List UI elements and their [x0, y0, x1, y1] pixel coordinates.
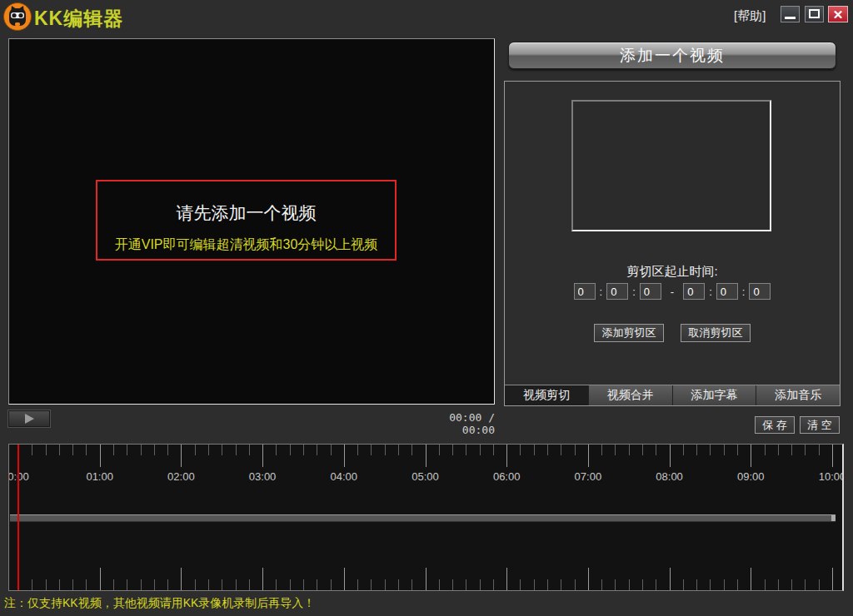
tab-video-merge[interactable]: 视频合并: [588, 385, 672, 405]
footer-note: 注：仅支持KK视频，其他视频请用KK录像机录制后再导入！: [4, 596, 315, 611]
timeline-tick: [276, 579, 277, 590]
timeline-tick: [656, 579, 656, 590]
timeline-tick: [141, 579, 142, 590]
timeline-tick: [547, 579, 548, 590]
timeline-tick: [249, 579, 250, 590]
clear-button[interactable]: 清 空: [800, 416, 840, 434]
timeline-tick: [466, 579, 466, 590]
timeline-tick: [236, 579, 237, 590]
timeline-tick: [670, 568, 671, 590]
timeline-tick: [317, 445, 317, 455]
app-title: KK编辑器: [34, 6, 123, 32]
timeline-tick: [439, 579, 440, 590]
timeline-tick: [249, 445, 250, 455]
timeline-tick: [208, 579, 209, 590]
cut-time-field-3[interactable]: [683, 283, 705, 300]
add-video-button[interactable]: 添加一个视频: [508, 42, 836, 69]
cut-time-field-1[interactable]: [606, 283, 628, 300]
add-cut-button[interactable]: 添加剪切区: [594, 324, 664, 342]
timeline-tick: [86, 579, 87, 590]
cut-time-field-2[interactable]: [640, 283, 661, 300]
timeline-tick: [615, 579, 616, 590]
cut-buttons-row: 添加剪切区 取消剪切区: [505, 324, 840, 342]
time-colon-separator: :: [600, 286, 603, 298]
timeline-tick: [317, 579, 317, 590]
tab-add-subtitle[interactable]: 添加字幕: [672, 385, 756, 405]
timeline-tick: [72, 445, 73, 455]
timeline-tick: [493, 445, 494, 455]
timeline-time-label: 02:00: [167, 470, 195, 483]
maximize-button[interactable]: [805, 6, 824, 22]
timeline-tick: [506, 568, 507, 590]
timeline-tick: [575, 445, 576, 455]
timeline-tick: [520, 445, 521, 455]
save-button[interactable]: 保 存: [755, 416, 795, 434]
timeline-tick: [331, 445, 332, 455]
timeline-panel[interactable]: 0:0001:0002:0003:0004:0005:0006:0007:000…: [8, 444, 844, 591]
timeline-tick: [59, 445, 60, 455]
timeline-tick: [181, 568, 182, 590]
timeline-tick: [534, 445, 535, 455]
add-video-message-box: 请先添加一个视频 开通VIP即可编辑超清视频和30分钟以上视频: [96, 180, 397, 261]
timeline-tick: [32, 579, 32, 590]
timeline-tick: [371, 445, 372, 455]
close-button[interactable]: ✕: [828, 6, 848, 22]
playhead-marker[interactable]: [17, 445, 19, 590]
timeline-tick: [629, 579, 630, 590]
timeline-tick: [765, 579, 766, 590]
timeline-track[interactable]: [10, 514, 836, 522]
app-logo-icon: [2, 2, 32, 32]
timeline-tick: [59, 579, 60, 590]
timeline-tick: [303, 445, 304, 455]
vip-promo-text: 开通VIP即可编辑超清视频和30分钟以上视频: [97, 236, 395, 254]
timeline-tick: [819, 445, 820, 455]
timeline-tick: [466, 445, 466, 455]
timeline-tick: [615, 445, 616, 455]
time-colon-separator: :: [742, 286, 746, 298]
timeline-tick: [357, 579, 358, 590]
timeline-tick: [561, 579, 561, 590]
timeline-tick: [154, 579, 155, 590]
timeline-tick: [588, 445, 589, 467]
timeline-tick: [506, 445, 507, 467]
timeline-tick: [127, 579, 127, 590]
timeline-tick: [46, 445, 47, 455]
cut-time-field-5[interactable]: [749, 283, 771, 300]
minimize-button[interactable]: [781, 6, 800, 22]
cut-time-field-0[interactable]: [574, 283, 596, 300]
cut-time-field-4[interactable]: [716, 283, 738, 300]
timeline-tick: [236, 445, 237, 455]
tab-add-music[interactable]: 添加音乐: [756, 385, 840, 405]
timeline-tick: [805, 579, 806, 590]
timeline-tick: [656, 445, 656, 455]
maximize-icon: [809, 9, 820, 18]
timeline-tick: [683, 579, 684, 590]
play-button[interactable]: [8, 410, 50, 427]
timeline-tick: [290, 445, 291, 455]
timeline-tick: [262, 568, 263, 590]
timeline-tick: [222, 579, 222, 590]
timeline-tick: [819, 579, 820, 590]
timeline-tick: [696, 579, 697, 590]
timeline-time-label: 03:00: [249, 470, 277, 483]
timeline-tick: [86, 445, 87, 455]
timeline-time-label: 10:00: [819, 470, 844, 483]
timeline-tick: [778, 579, 779, 590]
timeline-tick: [480, 445, 481, 455]
timeline-tick: [452, 579, 453, 590]
clip-thumbnail-box: [571, 100, 771, 231]
cancel-cut-button[interactable]: 取消剪切区: [681, 324, 751, 342]
time-dash-separator: -: [666, 286, 679, 298]
timeline-tick: [46, 579, 47, 590]
help-link[interactable]: [帮助]: [734, 8, 766, 24]
timeline-tick: [371, 579, 372, 590]
timeline-tick: [588, 568, 589, 590]
timeline-time-label: 04:00: [331, 470, 358, 483]
timeline-tick: [642, 579, 643, 590]
timeline-tick: [398, 579, 399, 590]
tab-video-cut[interactable]: 视频剪切: [505, 385, 588, 405]
timeline-tick: [480, 579, 481, 590]
timeline-tick: [601, 445, 602, 455]
timeline-time-label: 05:00: [412, 470, 439, 483]
action-buttons-row: 保 存 清 空: [755, 416, 840, 434]
